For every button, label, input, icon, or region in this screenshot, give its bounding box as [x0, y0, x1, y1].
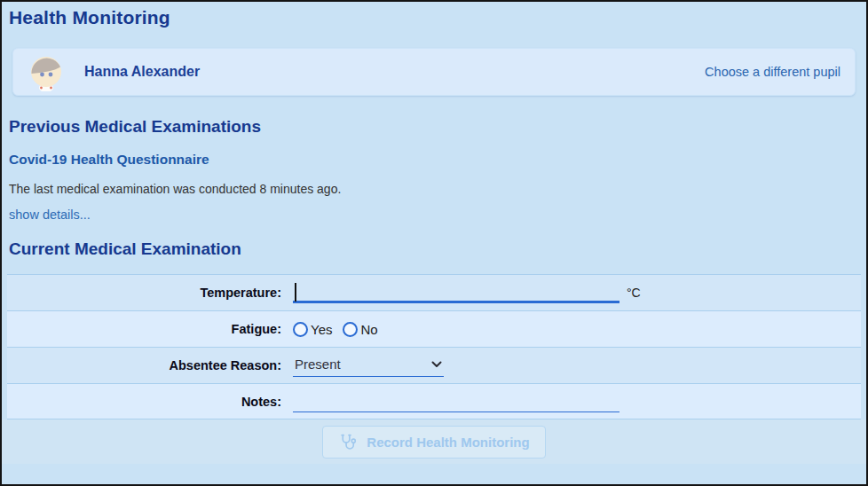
notes-row: Notes:	[7, 383, 861, 419]
pupil-name: Hanna Alexander	[84, 64, 200, 80]
radio-circle-icon[interactable]	[343, 322, 358, 337]
health-monitoring-page: Health Monitoring Hanna Alexander Choose…	[0, 0, 868, 486]
chevron-down-icon	[431, 361, 442, 368]
stethoscope-icon	[338, 433, 357, 451]
fatigue-yes-radio[interactable]: Yes	[293, 322, 332, 337]
record-button-label: Record Health Monitoring	[367, 435, 529, 450]
footer-bar: Record Health Monitoring	[2, 419, 866, 464]
temperature-input[interactable]	[293, 282, 619, 303]
absentee-reason-label: Absentee Reason:	[7, 358, 293, 372]
absentee-reason-selected-value: Present	[295, 357, 341, 372]
show-details-link[interactable]: show details...	[9, 208, 91, 222]
fatigue-no-radio[interactable]: No	[343, 322, 377, 337]
pupil-avatar-icon	[28, 52, 65, 91]
exam-summary-text: The last medical examination was conduct…	[9, 182, 859, 196]
temperature-row: Temperature: °C	[7, 274, 861, 310]
absentee-reason-row: Absentee Reason: Present	[7, 347, 861, 383]
page-title: Health Monitoring	[9, 7, 859, 28]
notes-label: Notes:	[7, 395, 293, 409]
pupil-card: Hanna Alexander Choose a different pupil	[12, 48, 856, 96]
temperature-label: Temperature:	[7, 286, 293, 300]
absentee-reason-select[interactable]: Present	[293, 354, 444, 377]
record-health-monitoring-button[interactable]: Record Health Monitoring	[322, 426, 545, 459]
current-exam-heading: Current Medical Examination	[9, 239, 859, 259]
current-exam-form: Temperature: °C Fatigue: Yes No	[7, 274, 861, 419]
fatigue-label: Fatigue:	[7, 322, 293, 336]
fatigue-row: Fatigue: Yes No	[7, 310, 861, 347]
previous-exams-heading: Previous Medical Examinations	[9, 117, 859, 137]
radio-circle-icon[interactable]	[293, 322, 308, 337]
choose-different-pupil-link[interactable]: Choose a different pupil	[705, 65, 840, 79]
fatigue-yes-label: Yes	[311, 322, 332, 337]
exam-title: Covid-19 Health Questionnaire	[9, 152, 859, 168]
text-caret	[295, 283, 296, 302]
temperature-unit: °C	[627, 286, 641, 300]
fatigue-no-label: No	[360, 322, 377, 337]
notes-input[interactable]	[293, 391, 619, 412]
